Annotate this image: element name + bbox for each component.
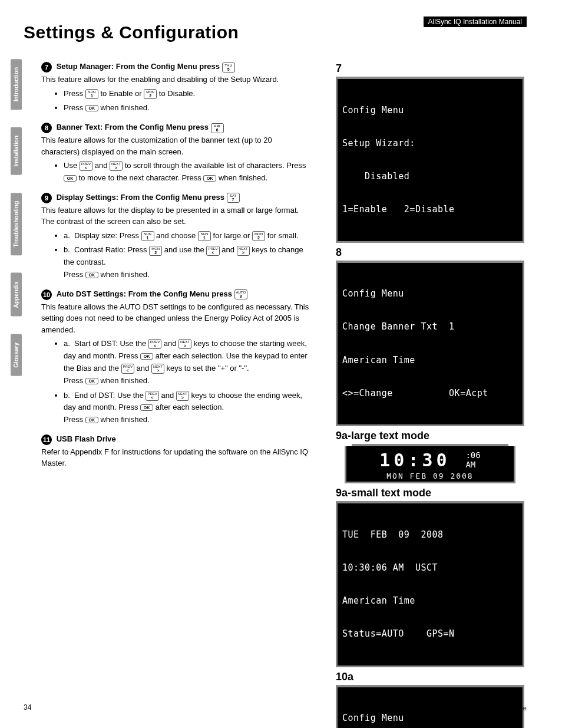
section-11-body: Refer to Appendix F for instructions for… xyxy=(41,446,312,469)
lcd-panel-8: Config Menu Change Banner Txt 1 American… xyxy=(336,263,524,427)
s9-bullet-b: b. Contrast Ratio: Press MON2 and use th… xyxy=(64,244,312,281)
side-tabs: Introduction Installation Troubleshootin… xyxy=(11,59,27,394)
s10-bullet-b: b. End of DST: Use the PREV< and NEXT> k… xyxy=(64,390,312,426)
panel-9a-small-label: 9a-small text mode xyxy=(336,487,524,499)
step-number-7: 7 xyxy=(41,62,52,73)
large-date: MON FEB 09 2008 xyxy=(353,472,507,480)
section-8-title: Banner Text: From the Config Menu press xyxy=(57,123,209,132)
section-8: 8 Banner Text: From the Config Menu pres… xyxy=(41,123,312,185)
s9-bullet-a: a. Display size: Press SUN1 and choose S… xyxy=(64,230,312,242)
panel-9a-large-label: 9a-large text mode xyxy=(336,430,524,442)
key-next: NEXT> xyxy=(176,391,189,401)
large-time: 10:30 xyxy=(379,450,450,470)
key-sun-1: SUN1 xyxy=(198,231,211,241)
section-8-body: This feature allows for the customizatio… xyxy=(41,134,312,157)
panel-7-label: 7 xyxy=(336,62,524,75)
key-ok: OK xyxy=(85,417,98,423)
tab-appendix[interactable]: Appendix xyxy=(11,273,22,317)
section-11: 11 USB Flash Drive Refer to Appendix F f… xyxy=(41,434,312,469)
key-auto-8: AUTO8 xyxy=(234,289,248,299)
key-next: NEXT> xyxy=(178,339,191,349)
section-7-body: This feature allows for the enabling and… xyxy=(41,74,312,85)
lcd-panel-9a-large: 10:30 :06 AM MON FEB 09 2008 xyxy=(345,446,515,483)
s8-bullet-1: Use PREV< and NEXT> to scroll through th… xyxy=(64,160,312,185)
key-fri-6: FRI6 xyxy=(211,123,224,133)
key-ok: OK xyxy=(85,272,98,278)
key-ok: OK xyxy=(85,378,98,384)
s7-bullet-2: Press OK when finished. xyxy=(64,102,312,114)
key-next: NEXT> xyxy=(110,161,123,171)
tab-troubleshooting[interactable]: Troubleshooting xyxy=(11,193,22,255)
section-9-body: This feature allows for the display to b… xyxy=(41,205,312,228)
key-prev: PREV< xyxy=(206,246,219,256)
manual-header: AllSync IQ Installation Manual xyxy=(424,17,527,27)
large-ampm: AM xyxy=(465,460,475,469)
key-ok: OK xyxy=(64,175,77,182)
page-title: Settings & Configuration xyxy=(24,22,239,42)
s10-bullet-a: a. Start of DST: Use the PREV< and NEXT>… xyxy=(64,338,312,387)
section-11-title: USB Flash Drive xyxy=(57,434,116,443)
step-number-10: 10 xyxy=(41,289,52,300)
key-sun-1: SUN1 xyxy=(141,231,154,241)
key-ok: OK xyxy=(85,105,98,111)
tab-installation[interactable]: Installation xyxy=(11,127,22,175)
key-next: NEXT> xyxy=(151,364,164,374)
page-number: 34 xyxy=(24,703,31,711)
key-thu-5: THU5 xyxy=(222,62,235,73)
key-sun-1: SUN1 xyxy=(85,89,98,99)
section-10: 10 Auto DST Settings: From the Config Me… xyxy=(41,289,312,426)
key-sat-7: SAT7 xyxy=(227,193,240,203)
s7-bullet-1: Press SUN1 to Enable or MON2 to Disable. xyxy=(64,88,312,100)
section-9: 9 Display Settings: From the Config Menu… xyxy=(41,193,312,281)
key-ok: OK xyxy=(203,175,216,182)
section-10-body: This feature allows the AUTO DST setting… xyxy=(41,301,312,336)
section-9-title: Display Settings: From the Config Menu p… xyxy=(57,193,224,202)
key-prev: PREV< xyxy=(121,364,134,374)
key-ok: OK xyxy=(140,353,153,360)
section-7-title: Setup Manager: From the Config Menu pres… xyxy=(57,62,220,71)
key-mon-2: MON2 xyxy=(252,231,265,241)
large-seconds: :06 xyxy=(465,450,480,460)
panel-8-label: 8 xyxy=(336,246,524,259)
key-mon-2: MON2 xyxy=(144,89,157,99)
section-7: 7 Setup Manager: From the Config Menu pr… xyxy=(41,62,312,114)
step-number-8: 8 xyxy=(41,123,52,133)
tab-introduction[interactable]: Introduction xyxy=(11,59,22,110)
key-prev: PREV< xyxy=(80,161,92,171)
key-mon-2: MON2 xyxy=(149,246,162,256)
lcd-panel-9a-small: TUE FEB 09 2008 10:30:06 AM USCT America… xyxy=(336,503,524,667)
step-number-11: 11 xyxy=(41,434,52,445)
instructions-column: 7 Setup Manager: From the Config Menu pr… xyxy=(41,62,312,477)
copyright: © American Time xyxy=(477,704,527,711)
tab-glossary[interactable]: Glossary xyxy=(11,334,22,376)
panel-10a-label: 10a xyxy=(336,671,524,683)
step-number-9: 9 xyxy=(41,193,52,203)
key-ok: OK xyxy=(140,404,153,411)
lcd-panel-7: Config Menu Setup Wizard: Disabled 1=Ena… xyxy=(336,79,524,243)
screen-examples-column: 7 Config Menu Setup Wizard: Disabled 1=E… xyxy=(336,59,524,728)
key-next: NEXT> xyxy=(237,246,250,256)
section-10-title: Auto DST Settings: From the Config Menu … xyxy=(57,289,232,298)
key-prev: PREV< xyxy=(146,391,158,401)
key-prev: PREV< xyxy=(148,339,161,349)
